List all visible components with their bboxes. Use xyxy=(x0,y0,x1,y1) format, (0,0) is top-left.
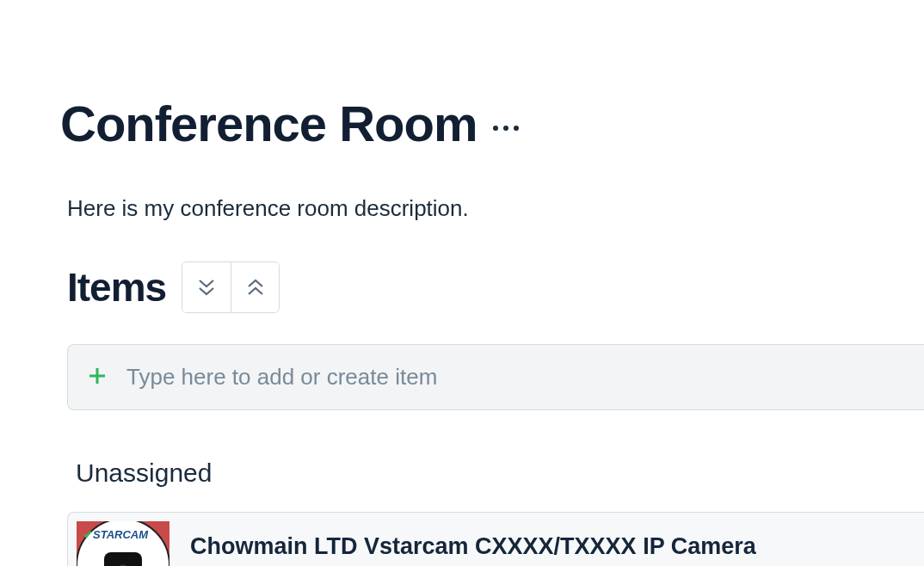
items-heading: Items xyxy=(67,264,166,311)
double-chevron-up-icon xyxy=(246,277,265,298)
item-title: Chowmain LTD Vstarcam CXXXX/TXXXX IP Cam… xyxy=(190,533,850,560)
expand-all-button[interactable] xyxy=(182,262,231,312)
item-thumbnail: ✔STARCAM xyxy=(77,521,169,566)
add-item-input[interactable] xyxy=(126,364,905,391)
page-description: Here is my conference room description. xyxy=(67,195,924,222)
more-menu-icon[interactable] xyxy=(493,117,519,131)
expand-collapse-group xyxy=(182,261,280,313)
collapse-all-button[interactable] xyxy=(231,262,279,312)
thumb-brand-text: STARCAM xyxy=(93,528,148,541)
double-chevron-down-icon xyxy=(197,277,216,298)
add-item-bar[interactable] xyxy=(67,344,924,410)
page-title: Conference Room xyxy=(60,95,477,152)
list-item[interactable]: ✔STARCAM Chowmain LTD Vstarcam CXXXX/TXX… xyxy=(67,512,924,566)
section-unassigned-label: Unassigned xyxy=(76,458,924,488)
plus-icon xyxy=(87,366,108,390)
